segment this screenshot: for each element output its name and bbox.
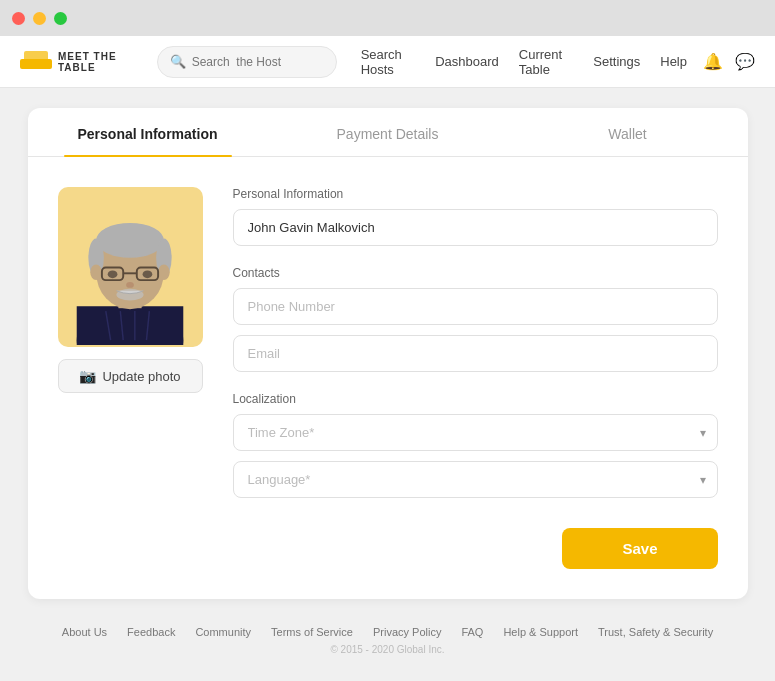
form-column: Personal Information Contacts Localizati… bbox=[233, 187, 718, 508]
logo: MEET THE TABLE bbox=[20, 51, 141, 73]
avatar-box bbox=[58, 187, 203, 347]
svg-point-17 bbox=[126, 282, 134, 288]
footer-community[interactable]: Community bbox=[195, 626, 251, 638]
footer-terms[interactable]: Terms of Service bbox=[271, 626, 353, 638]
nav-search-hosts[interactable]: Search Hosts bbox=[361, 47, 416, 77]
footer-copyright: © 2015 - 2020 Global Inc. bbox=[62, 644, 713, 655]
footer-about-us[interactable]: About Us bbox=[62, 626, 107, 638]
content: Personal Information Payment Details Wal… bbox=[0, 88, 775, 681]
window: MEET THE TABLE 🔍 Search Hosts Dashboard … bbox=[0, 36, 775, 681]
navbar: MEET THE TABLE 🔍 Search Hosts Dashboard … bbox=[0, 36, 775, 88]
nav-settings[interactable]: Settings bbox=[593, 54, 640, 69]
titlebar bbox=[0, 0, 775, 36]
footer-privacy[interactable]: Privacy Policy bbox=[373, 626, 441, 638]
email-input[interactable] bbox=[233, 335, 718, 372]
camera-icon: 📷 bbox=[79, 368, 96, 384]
save-row: Save bbox=[28, 518, 748, 569]
language-select[interactable]: Language* bbox=[233, 461, 718, 498]
logo-text: MEET THE TABLE bbox=[58, 51, 141, 73]
tab-wallet[interactable]: Wallet bbox=[508, 108, 748, 156]
search-bar: 🔍 bbox=[157, 46, 337, 78]
footer: About Us Feedback Community Terms of Ser… bbox=[42, 608, 733, 661]
footer-feedback[interactable]: Feedback bbox=[127, 626, 175, 638]
avatar bbox=[65, 190, 195, 345]
photo-column: 📷 Update photo bbox=[58, 187, 203, 508]
tabs: Personal Information Payment Details Wal… bbox=[28, 108, 748, 157]
nav-current-table[interactable]: Current Table bbox=[519, 47, 573, 77]
minimize-button[interactable] bbox=[33, 12, 46, 25]
timezone-wrapper: Time Zone* ▾ bbox=[233, 414, 718, 451]
logo-icon bbox=[20, 51, 52, 73]
tab-personal-information[interactable]: Personal Information bbox=[28, 108, 268, 156]
phone-input[interactable] bbox=[233, 288, 718, 325]
footer-help-support[interactable]: Help & Support bbox=[503, 626, 578, 638]
update-photo-button[interactable]: 📷 Update photo bbox=[58, 359, 203, 393]
svg-point-18 bbox=[116, 288, 143, 300]
svg-point-10 bbox=[90, 264, 102, 280]
tab-payment-details[interactable]: Payment Details bbox=[268, 108, 508, 156]
personal-info-label: Personal Information bbox=[233, 187, 718, 201]
svg-point-16 bbox=[143, 270, 153, 278]
svg-point-7 bbox=[96, 222, 164, 257]
svg-point-11 bbox=[158, 264, 170, 280]
nav-links: Search Hosts Dashboard Current Table Set… bbox=[361, 47, 687, 77]
localization-label: Localization bbox=[233, 392, 718, 406]
search-icon: 🔍 bbox=[170, 54, 186, 69]
update-photo-label: Update photo bbox=[102, 369, 180, 384]
name-input[interactable] bbox=[233, 209, 718, 246]
search-input[interactable] bbox=[192, 55, 312, 69]
close-button[interactable] bbox=[12, 12, 25, 25]
save-button[interactable]: Save bbox=[562, 528, 717, 569]
svg-point-15 bbox=[108, 270, 118, 278]
footer-links: About Us Feedback Community Terms of Ser… bbox=[62, 626, 713, 638]
profile-card: Personal Information Payment Details Wal… bbox=[28, 108, 748, 599]
bell-icon[interactable]: 🔔 bbox=[703, 52, 723, 71]
nav-dashboard[interactable]: Dashboard bbox=[435, 54, 499, 69]
svg-rect-1 bbox=[24, 51, 48, 61]
svg-rect-4 bbox=[77, 306, 184, 345]
nav-icons: 🔔 💬 bbox=[703, 52, 755, 71]
footer-faq[interactable]: FAQ bbox=[461, 626, 483, 638]
card-body: 📷 Update photo Personal Information Cont… bbox=[28, 157, 748, 518]
timezone-select[interactable]: Time Zone* bbox=[233, 414, 718, 451]
footer-trust-safety[interactable]: Trust, Safety & Security bbox=[598, 626, 713, 638]
nav-help[interactable]: Help bbox=[660, 54, 687, 69]
contacts-label: Contacts bbox=[233, 266, 718, 280]
message-icon[interactable]: 💬 bbox=[735, 52, 755, 71]
language-wrapper: Language* ▾ bbox=[233, 461, 718, 498]
maximize-button[interactable] bbox=[54, 12, 67, 25]
